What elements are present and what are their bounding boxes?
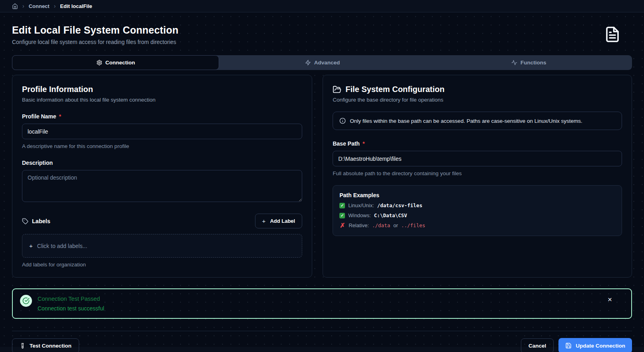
close-icon: × — [608, 295, 612, 304]
footer-action-bar: Test Connection Cancel Update Connection — [12, 331, 632, 352]
profile-information-card: Profile Information Basic information ab… — [12, 75, 312, 278]
test-connection-button[interactable]: Test Connection — [12, 338, 79, 352]
example-path: ../files — [401, 222, 425, 228]
example-label: Relative: — [349, 222, 369, 228]
description-textarea[interactable] — [22, 170, 302, 202]
banner-close-button[interactable]: × — [607, 295, 613, 304]
connection-test-result-banner: Connection Test Passed Connection test s… — [12, 288, 632, 319]
tab-bar: Connection Advanced Functions — [12, 55, 632, 70]
profile-name-input[interactable] — [22, 124, 302, 139]
check-circle-icon — [20, 295, 32, 307]
tag-icon — [22, 218, 28, 224]
breadcrumb: › Connect › Edit localFile — [0, 0, 644, 12]
labels-empty-text: Click to add labels... — [37, 243, 87, 249]
tab-label: Connection — [106, 60, 135, 66]
profile-card-subtitle: Basic information about this local file … — [22, 97, 302, 103]
profile-name-helper: A descriptive name for this connection p… — [22, 143, 302, 149]
info-icon — [339, 118, 346, 124]
file-system-configuration-card: File System Configuration Configure the … — [323, 75, 632, 278]
filesystem-card-title: File System Configuration — [345, 85, 445, 94]
home-icon[interactable] — [12, 3, 18, 9]
banner-title: Connection Test Passed — [38, 294, 104, 302]
filesystem-card-subtitle: Configure the base directory for file op… — [333, 97, 622, 103]
labels-section-title: Labels — [32, 218, 50, 224]
banner-message: Connection test successful — [38, 305, 104, 312]
tab-functions[interactable]: Functions — [426, 55, 632, 70]
gear-icon — [96, 60, 102, 66]
path-example-row: ✗ Relative: ./data or ../files — [339, 222, 615, 228]
path-examples-box: Path Examples ✓ Linux/Unix: /data/csv-fi… — [333, 185, 622, 236]
update-connection-label: Update Connection — [576, 343, 625, 349]
labels-empty-area[interactable]: + Click to add labels... — [22, 234, 302, 258]
plus-icon: + — [262, 218, 266, 224]
required-asterisk: * — [363, 140, 365, 147]
base-path-info-note: Only files within the base path can be a… — [333, 112, 622, 130]
update-connection-button[interactable]: Update Connection — [558, 338, 632, 352]
add-label-button[interactable]: + Add Label — [255, 214, 303, 228]
breadcrumb-current-page: Edit localFile — [60, 3, 92, 9]
tab-advanced[interactable]: Advanced — [219, 55, 425, 70]
check-square-icon: ✓ — [339, 213, 345, 218]
test-tube-icon — [20, 343, 26, 349]
chevron-right-icon: › — [54, 3, 56, 9]
activity-icon — [511, 60, 517, 66]
example-path: /data/csv-files — [377, 202, 423, 208]
page-content: Edit Local File System Connection Config… — [0, 12, 644, 347]
path-example-row: ✓ Linux/Unix: /data/csv-files — [339, 202, 615, 208]
path-example-row: ✓ Windows: C:\Data\CSV — [339, 212, 615, 218]
breadcrumb-connect-link[interactable]: Connect — [29, 3, 50, 9]
lightning-icon — [305, 60, 311, 66]
chevron-right-icon: › — [22, 3, 24, 9]
page-header: Edit Local File System Connection Config… — [12, 12, 632, 45]
cancel-button[interactable]: Cancel — [521, 338, 554, 352]
tab-label: Functions — [520, 60, 546, 66]
page-title: Edit Local File System Connection — [12, 24, 178, 36]
base-path-label: Base Path — [333, 140, 360, 147]
folder-open-icon — [333, 85, 341, 94]
description-label: Description — [22, 160, 53, 166]
example-path: C:\Data\CSV — [374, 212, 407, 218]
base-path-helper: Full absolute path to the directory cont… — [333, 170, 622, 176]
required-asterisk: * — [59, 113, 61, 120]
plus-icon: + — [29, 242, 33, 249]
tab-connection[interactable]: Connection — [12, 55, 219, 70]
profile-card-title: Profile Information — [22, 85, 302, 94]
save-icon — [565, 342, 572, 349]
add-label-button-text: Add Label — [270, 218, 295, 224]
example-label: Linux/Unix: — [348, 202, 374, 208]
profile-name-label: Profile Name — [22, 113, 56, 120]
file-text-icon — [604, 26, 621, 43]
info-note-text: Only files within the base path can be a… — [350, 118, 582, 124]
tab-label: Advanced — [314, 60, 340, 66]
cancel-label: Cancel — [528, 343, 546, 349]
example-conjunction: or — [393, 222, 398, 228]
test-connection-label: Test Connection — [30, 343, 72, 349]
labels-helper: Add labels for organization — [22, 262, 302, 268]
base-path-input[interactable] — [333, 151, 622, 166]
page-subtitle: Configure local file system access for r… — [12, 39, 178, 45]
example-path: ./data — [372, 222, 390, 228]
cross-icon: ✗ — [339, 223, 345, 228]
example-label: Windows: — [348, 212, 371, 218]
check-square-icon: ✓ — [339, 203, 345, 208]
path-examples-title: Path Examples — [339, 192, 615, 198]
